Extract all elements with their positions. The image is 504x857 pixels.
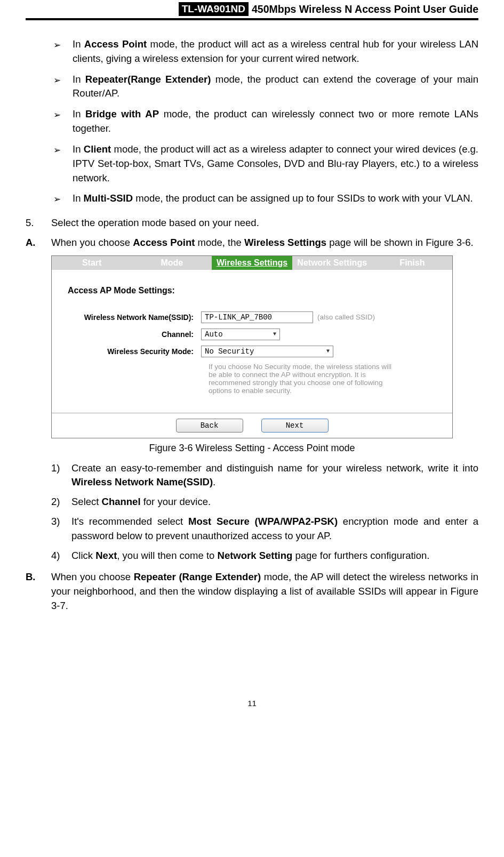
label-security: Wireless Security Mode: <box>68 347 201 356</box>
substep-text: Select Channel for your device. <box>71 495 478 509</box>
substep-marker: 3) <box>51 515 71 529</box>
document-page: TL-WA901ND 450Mbps Wireless N Access Poi… <box>0 0 504 729</box>
arrow-icon: ➢ <box>53 39 61 52</box>
step-b: B. When you choose Repeater (Range Exten… <box>26 570 478 613</box>
figure-3-6: Start Mode Wireless Settings Network Set… <box>51 255 453 438</box>
step-marker: A. <box>26 236 51 250</box>
bullet-item: ➢ In Bridge with AP mode, the product ca… <box>53 107 478 136</box>
model-badge: TL-WA901ND <box>179 2 249 16</box>
tab-start[interactable]: Start <box>52 256 132 270</box>
step-text: Select the operation mode based on your … <box>51 216 478 230</box>
page-header: TL-WA901ND 450Mbps Wireless N Access Poi… <box>26 0 478 20</box>
chevron-down-icon: ▼ <box>326 348 330 354</box>
sub-steps: 1) Create an easy-to-remember and distin… <box>51 461 478 563</box>
arrow-icon: ➢ <box>53 193 61 206</box>
back-button[interactable]: Back <box>176 419 243 432</box>
substep-marker: 4) <box>51 549 71 563</box>
label-channel: Channel: <box>68 330 201 339</box>
tab-mode[interactable]: Mode <box>132 256 212 270</box>
row-security: Wireless Security Mode: No Security ▼ <box>68 346 439 357</box>
ssid-input[interactable] <box>201 311 313 323</box>
step-marker: 5. <box>26 216 51 230</box>
bullet-item: ➢ In Multi-SSID mode, the product can be… <box>53 191 478 206</box>
substep-text: It's recommended select Most Secure (WPA… <box>71 515 478 543</box>
chevron-down-icon: ▼ <box>273 331 276 337</box>
ssid-hint: (also called SSID) <box>317 313 375 321</box>
substep-marker: 1) <box>51 461 71 476</box>
page-number: 11 <box>26 699 478 708</box>
bullet-text: In Access Point mode, the product will a… <box>73 37 478 66</box>
step-a: A. When you choose Access Point mode, th… <box>26 236 478 250</box>
step-text: When you choose Access Point mode, the W… <box>51 236 478 250</box>
header-title: 450Mbps Wireless N Access Point User Gui… <box>252 3 478 15</box>
channel-value: Auto <box>205 330 223 339</box>
arrow-icon: ➢ <box>53 74 61 87</box>
tab-network-settings[interactable]: Network Settings <box>292 256 372 270</box>
numbered-list: 5. Select the operation mode based on yo… <box>26 216 478 250</box>
substep-3: 3) It's recommended select Most Secure (… <box>51 515 478 543</box>
figure-body: Access AP Mode Settings: Wireless Networ… <box>52 270 452 413</box>
bullet-item: ➢ In Repeater(Range Extender) mode, the … <box>53 73 478 101</box>
bullet-text: In Client mode, the product will act as … <box>73 142 478 185</box>
mode-bullet-list: ➢ In Access Point mode, the product will… <box>53 37 478 206</box>
step-marker: B. <box>26 570 51 584</box>
arrow-icon: ➢ <box>53 109 61 122</box>
substep-2: 2) Select Channel for your device. <box>51 495 478 509</box>
bullet-text: In Bridge with AP mode, the product can … <box>73 107 478 136</box>
security-select[interactable]: No Security ▼ <box>201 346 333 357</box>
numbered-list-b: B. When you choose Repeater (Range Exten… <box>26 570 478 613</box>
security-value: No Security <box>205 347 254 356</box>
button-row: Back Next <box>52 413 452 438</box>
row-channel: Channel: Auto ▼ <box>68 329 439 340</box>
bullet-item: ➢ In Client mode, the product will act a… <box>53 142 478 185</box>
settings-heading: Access AP Mode Settings: <box>68 286 439 295</box>
substep-marker: 2) <box>51 495 71 509</box>
next-button[interactable]: Next <box>261 419 329 432</box>
security-hint: If you choose No Security mode, the wire… <box>209 363 401 395</box>
row-ssid: Wireless Network Name(SSID): (also calle… <box>68 311 439 323</box>
substep-text: Create an easy-to-remember and distingui… <box>71 461 478 490</box>
step-text: When you choose Repeater (Range Extender… <box>51 570 478 613</box>
substep-4: 4) Click Next, you will then come to Net… <box>51 549 478 563</box>
bullet-text: In Multi-SSID mode, the product can be a… <box>73 191 478 206</box>
wizard-tabs: Start Mode Wireless Settings Network Set… <box>52 256 452 270</box>
bullet-text: In Repeater(Range Extender) mode, the pr… <box>73 73 478 101</box>
tab-wireless-settings[interactable]: Wireless Settings <box>212 256 292 270</box>
channel-select[interactable]: Auto ▼ <box>201 329 280 340</box>
substep-text: Click Next, you will then come to Networ… <box>71 549 478 563</box>
tab-finish[interactable]: Finish <box>372 256 452 270</box>
label-ssid: Wireless Network Name(SSID): <box>68 313 201 322</box>
arrow-icon: ➢ <box>53 144 61 157</box>
figure-caption: Figure 3-6 Wireless Setting - Access Poi… <box>26 443 478 454</box>
step-5: 5. Select the operation mode based on yo… <box>26 216 478 230</box>
bullet-item: ➢ In Access Point mode, the product will… <box>53 37 478 66</box>
substep-1: 1) Create an easy-to-remember and distin… <box>51 461 478 490</box>
